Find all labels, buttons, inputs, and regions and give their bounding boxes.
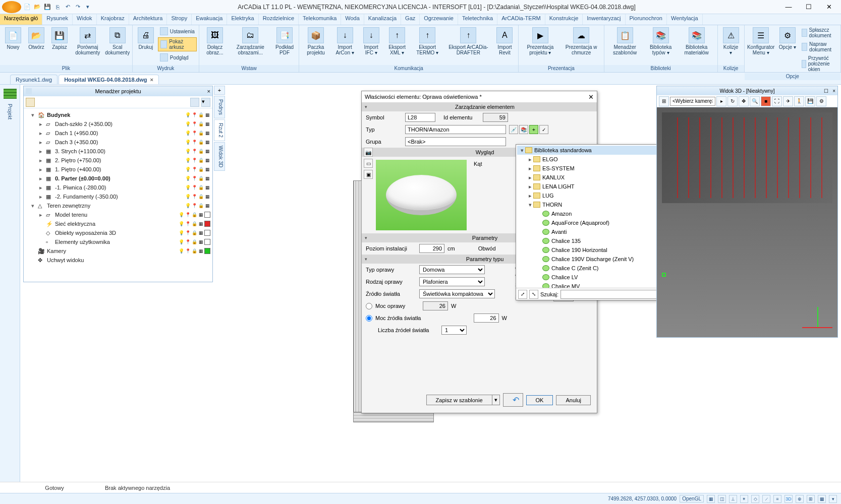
tree-node[interactable]: ▸▦-1. Piwnica (-280.00)💡📍🔒▦ bbox=[26, 183, 210, 192]
zrodlo-select[interactable]: Świetlówka kompaktowa bbox=[419, 289, 495, 298]
biblioteka-typow-button[interactable]: 📚Biblioteka typów ▾ bbox=[645, 26, 677, 56]
v3d-tool1-icon[interactable]: ⊞ bbox=[659, 96, 669, 106]
paczka-button[interactable]: 📦Paczka projektu bbox=[301, 26, 330, 56]
dolacz-obraz-button[interactable]: 🖼Dołącz obraz... bbox=[201, 26, 229, 56]
tree-node[interactable]: ▾🏠Budynek💡📍🔒▦ bbox=[26, 110, 210, 119]
import-revit-button[interactable]: AImport Revit bbox=[493, 26, 516, 56]
anuluj-button[interactable]: Anuluj bbox=[556, 395, 591, 405]
dialog-close-icon[interactable]: ✕ bbox=[588, 93, 594, 101]
tab-wentylacja[interactable]: Wentylacja bbox=[667, 14, 703, 25]
pm-home-icon[interactable] bbox=[26, 98, 35, 107]
tree-node[interactable]: ▸▱Model terenu💡📍🔒▦ bbox=[26, 210, 210, 219]
qat-save-icon[interactable]: 💾 bbox=[43, 3, 51, 11]
podklad-pdf-button[interactable]: 📑Podkład PDF bbox=[272, 26, 297, 56]
typ-library-icon[interactable]: 📚 bbox=[519, 125, 528, 134]
moczr-input[interactable] bbox=[474, 313, 499, 323]
poziom-input[interactable] bbox=[419, 244, 444, 253]
pm-tree[interactable]: ▾🏠Budynek💡📍🔒▦▸▱Dach-szkło 2 (+350.00)💡📍🔒… bbox=[24, 108, 212, 282]
sb-grid-icon[interactable]: ▦ bbox=[707, 495, 715, 503]
porownaj-button[interactable]: ⇄Porównaj dokumenty bbox=[72, 26, 104, 56]
doctab-rysunek1[interactable]: Rysunek1.dwg bbox=[10, 75, 58, 84]
minimize-button[interactable]: — bbox=[781, 2, 796, 12]
otworz-button[interactable]: 📂Otwórz bbox=[25, 26, 47, 51]
search-input[interactable] bbox=[560, 290, 660, 299]
typop-select[interactable]: Domowa bbox=[419, 265, 485, 274]
v3d-walk-icon[interactable]: 🚶 bbox=[794, 96, 804, 106]
tab-narzedzia[interactable]: Narzędzia głó bbox=[0, 14, 42, 25]
search-mode1-icon[interactable]: ⤢ bbox=[518, 290, 527, 299]
hamburger-icon[interactable] bbox=[4, 89, 17, 99]
typ-dropper-icon[interactable]: 💉 bbox=[509, 125, 518, 134]
status-opengl[interactable]: OpenGL bbox=[680, 495, 704, 502]
doctab-hospital[interactable]: Hospital WKEG-04.08.2018.dwg× bbox=[59, 75, 159, 84]
tab-rysunek[interactable]: Rysunek bbox=[42, 14, 73, 25]
tab-rozdzielnice[interactable]: Rozdzielnice bbox=[259, 14, 299, 25]
qat-undo-icon[interactable]: ↶ bbox=[64, 3, 72, 11]
napraw-button[interactable]: Napraw dokument bbox=[800, 40, 838, 53]
sb-more2-icon[interactable]: ⊞ bbox=[807, 495, 815, 503]
sb-ortho-icon[interactable]: ⊥ bbox=[729, 495, 737, 503]
search-mode2-icon[interactable]: ⤡ bbox=[529, 290, 538, 299]
tab-teletechnika[interactable]: Teletechnika bbox=[458, 14, 497, 25]
typ-add-icon[interactable]: + bbox=[529, 125, 538, 134]
pokaz-arkusz-button[interactable]: Pokaż arkusz bbox=[158, 37, 197, 51]
v3d-pan-icon[interactable]: ✥ bbox=[739, 96, 749, 106]
dialog-titlebar[interactable]: Właściwości elementu: Oprawa oświetlenio… bbox=[362, 91, 597, 102]
tree-node[interactable]: 🎥Kamery💡📍🔒▦ bbox=[26, 246, 210, 256]
v3d-fit-icon[interactable]: ⛶ bbox=[772, 96, 782, 106]
konfigurator-button[interactable]: ☰Konfigurator Menu ▾ bbox=[747, 26, 775, 56]
biblioteka-materialow-button[interactable]: 📚Biblioteka materiałów bbox=[678, 26, 715, 56]
zarzadzanie-button[interactable]: 🗂Zarządzanie obrazami... bbox=[230, 26, 271, 56]
prezentacja-chmura-button[interactable]: ☁Prezentacja w chmurze bbox=[561, 26, 602, 56]
zapisz-button[interactable]: 💾Zapisz bbox=[48, 26, 71, 51]
tab-ogrzewanie[interactable]: Ogrzewanie bbox=[420, 14, 458, 25]
pm-close-icon[interactable]: × bbox=[207, 88, 210, 94]
sb-dropdown-icon[interactable]: ▾ bbox=[829, 495, 837, 503]
nowy-button[interactable]: 📄Nowy bbox=[2, 26, 24, 51]
ok-button[interactable]: OK bbox=[526, 395, 553, 405]
podglad-button[interactable]: Podgląd bbox=[158, 52, 197, 62]
grupa-input[interactable] bbox=[405, 137, 506, 146]
tree-node[interactable]: ⚡Sieć elektryczna💡📍🔒▦ bbox=[26, 219, 210, 228]
qat-dropdown-icon[interactable]: ▾ bbox=[84, 3, 92, 11]
tree-node[interactable]: ▸▦3. Strych (+1100.00)💡📍🔒▦ bbox=[26, 147, 210, 156]
sb-polar-icon[interactable]: ✴ bbox=[740, 495, 748, 503]
tab-widok[interactable]: Widok bbox=[73, 14, 97, 25]
rodzaj-select[interactable]: Plafoniera bbox=[419, 277, 485, 286]
liczba-select[interactable]: 1 bbox=[441, 326, 467, 335]
preview-view2-icon[interactable]: ▭ bbox=[364, 159, 373, 168]
view-tab-plus[interactable]: + bbox=[214, 86, 225, 95]
vtab-rzut2[interactable]: Rzut 2 bbox=[214, 119, 225, 141]
tab-kanalizacja[interactable]: Kanalizacja bbox=[364, 14, 401, 25]
eksport-termo-button[interactable]: ↑Eksport TERMO ▾ bbox=[411, 26, 443, 56]
tree-node[interactable]: ▫Elementy użytkownika💡📍🔒▦ bbox=[26, 237, 210, 246]
tab-gaz[interactable]: Gaz bbox=[401, 14, 420, 25]
v3d-tool2-icon[interactable]: ▸ bbox=[716, 96, 726, 106]
tab-woda[interactable]: Woda bbox=[341, 14, 364, 25]
tab-architektura[interactable]: Architektura bbox=[129, 14, 167, 25]
sb-more1-icon[interactable]: ⊕ bbox=[796, 495, 804, 503]
tree-node[interactable]: ▸▦0. Parter (±0.00=0.00)💡📍🔒▦ bbox=[26, 174, 210, 183]
pm-dropdown-icon[interactable]: ▾ bbox=[201, 98, 210, 107]
view3d-max-icon[interactable]: ☐ bbox=[824, 88, 828, 94]
tree-node[interactable]: ✥Uchwyt widoku bbox=[26, 256, 210, 265]
close-button[interactable]: ✕ bbox=[822, 2, 836, 12]
v3d-settings-icon[interactable]: ⚙ bbox=[816, 96, 826, 106]
view3d-close-icon[interactable]: × bbox=[832, 88, 835, 94]
qat-new-icon[interactable]: 📄 bbox=[23, 3, 31, 11]
preview-view3-icon[interactable]: ▣ bbox=[364, 170, 373, 179]
tab-telekom[interactable]: Telekomunika bbox=[299, 14, 341, 25]
maximize-button[interactable]: ☐ bbox=[802, 2, 816, 12]
tree-node[interactable]: ▸▱Dach 1 (+950.00)💡📍🔒▦ bbox=[26, 129, 210, 138]
tab-termo[interactable]: ArCADia-TERM bbox=[497, 14, 545, 25]
sb-track-icon[interactable]: ⟋ bbox=[762, 495, 770, 503]
prezentacja-projektu-button[interactable]: ▶Prezentacja projektu ▾ bbox=[521, 26, 560, 56]
tab-inwentaryzacja[interactable]: Inwentaryzacj bbox=[583, 14, 625, 25]
sb-osnap-icon[interactable]: ◇ bbox=[751, 495, 759, 503]
vtab-podrys[interactable]: Podrys bbox=[214, 96, 225, 118]
symbol-input[interactable] bbox=[405, 113, 435, 122]
mocop-input[interactable] bbox=[423, 301, 448, 310]
eksport-drafter-button[interactable]: ↑Eksport ArCADia-DRAFTER bbox=[444, 26, 492, 56]
undo-button[interactable]: ↶ bbox=[503, 393, 523, 407]
sb-more3-icon[interactable]: ▩ bbox=[818, 495, 826, 503]
